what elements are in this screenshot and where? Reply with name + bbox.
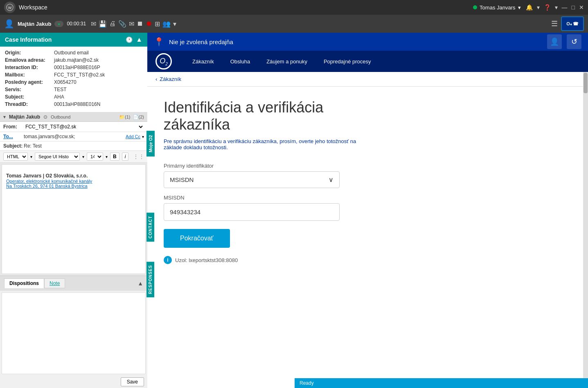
transfer-icon[interactable]: ⊞ [155,20,160,28]
o2-app-header: 📍 Nie je zvolená predajňa 👤 ↺ [147,33,588,51]
minimize-icon[interactable]: — [562,4,568,11]
app-title: Workspace [19,4,47,11]
responses-tab[interactable]: RESPONSES [146,262,154,297]
help-chevron[interactable]: ▾ [555,4,558,11]
subject-value: Re: Test [24,143,144,149]
case-info-value-agent: X0654270 [54,79,77,85]
format-select[interactable]: HTML [3,153,28,161]
maximize-icon[interactable]: □ [572,4,575,11]
email-to-field: To... tomas.janvars@ccw.sk; Add Cc ▾ [0,132,147,141]
dispositions-tab[interactable]: Dispositions [4,278,44,288]
print-icon[interactable]: 🖨 [109,20,116,27]
toolbar-dropdown-1[interactable]: ▾ [30,155,32,159]
info-row: i Uzol: lxeportsktst308:8080 [164,256,368,264]
nav-item-obsluha[interactable]: Obsluha [222,51,258,72]
confirm-icon[interactable]: ⏺ [146,20,152,27]
primary-id-dropdown[interactable]: MSISDN ∨ [164,171,340,188]
subject-label: Subject: [3,143,24,149]
contact-icon[interactable]: 👥 [162,20,171,28]
page-title: Identifikácia a verifikácia zákazníka [164,99,368,133]
info-icon: i [164,256,172,264]
submit-button[interactable]: Pokračovať [164,229,230,248]
info-text: Uzol: lxeportsktst308:8080 [175,257,238,263]
nav-item-popredajne[interactable]: Popredajné procesy [315,51,379,72]
save-button[interactable]: Save [121,377,144,386]
refresh-icon: ↺ [571,37,577,46]
case-info-row-interaction: Interaction ID: 00013aHP888E016P [5,65,142,70]
toolbar-dropdown-2[interactable]: ▾ [82,155,84,159]
agent-timer: 00:00:31 [67,21,86,27]
signature-address: Na Troskách 26, 974 01 Banská Bystrica [6,184,141,188]
email-icon[interactable]: ✉ [91,20,96,28]
status-text: Ready [300,380,314,386]
size-select[interactable]: 14 [87,153,103,161]
from-select[interactable]: FCC_TST_TST@o2.sk [24,123,144,130]
font-select[interactable]: Segoe UI Histo [35,153,80,161]
case-info-row-email: Emailova adresa: jakub.majtan@o2.sk [5,57,142,63]
note-tab[interactable]: Note [44,278,65,288]
menu-icon[interactable]: ☰ [551,19,558,28]
refresh-icon-btn[interactable]: ↺ [567,34,581,49]
case-info-row-origin: Origin: Outbound email [5,50,142,56]
top-bar: W Workspace Tomas Janvars ▾ 🔔 ▾ ❓ ▾ — □ … [0,0,588,15]
attachment-icon[interactable]: 📎 [118,20,126,28]
moje-o2-tab[interactable]: Moje O2 [146,131,155,157]
collapse-icon[interactable]: ▲ [136,36,142,43]
toolbar-dropdown-3[interactable]: ▾ [106,155,108,159]
save-icon[interactable]: 💾 [99,20,107,28]
phone-button[interactable]: O₄ ☎ [561,16,584,31]
user-name: Tomas Janvars [480,4,515,11]
dispositions-collapse-icon[interactable]: ▲ [137,280,143,287]
email-agent-name: Majtán Jakub [9,114,40,120]
primary-id-label: Primárny identifikátor [164,163,368,169]
case-info-header: Case Information 🕐 ▲ [0,33,147,47]
email-body[interactable]: Tomas Janvars | O2 Slovakia, s.r.o. Oper… [2,164,146,274]
o2-form-section: Identifikácia a verifikácia zákazníka Pr… [164,99,368,264]
block-icon[interactable]: ✉ [129,20,134,28]
msisdn-input[interactable] [164,203,340,221]
more-icon[interactable]: ▾ [173,20,176,28]
to-dropdown-icon[interactable]: ▾ [142,135,144,139]
svg-text:W: W [8,6,12,10]
scrollbar[interactable] [583,72,588,378]
save-row: Save [0,376,147,388]
folder-icon[interactable]: 📁(1) [119,114,130,120]
case-info-value-email: jakub.majtan@o2.sk [54,57,99,63]
bell-icon[interactable]: 🔔 [526,4,533,11]
toolbar-resize: ⋮ ⋮ [133,154,144,159]
breadcrumb-link[interactable]: Zákazník [160,76,181,82]
case-info-label-servis: Servis: [5,87,54,92]
email-subject-field: Subject: Re: Test [0,141,147,151]
left-panel: Case Information 🕐 ▲ Origin: Outbound em… [0,33,147,388]
breadcrumb: ‹ Zákazník [147,72,588,87]
msisdn-label: MSISDN [164,195,368,201]
agent-name: Majtán Jakub [18,21,51,27]
nav-item-zakaznik[interactable]: Zákazník [184,51,222,72]
agent-bar: 👤 Majtán Jakub ● 00:00:31 ✉ 💾 🖨 📎 ✉ ⏹ ⏺ … [0,15,588,33]
user-icon-btn[interactable]: 👤 [547,34,562,49]
chevron-icon[interactable]: ▾ [537,4,540,11]
user-chevron[interactable]: ▾ [518,4,521,11]
italic-button[interactable]: i [122,153,129,161]
case-info-label-threadid: ThreadID: [5,101,54,107]
help-icon[interactable]: ❓ [544,4,551,11]
main-layout: Case Information 🕐 ▲ Origin: Outbound em… [0,33,588,388]
email-signature: Tomas Janvars | O2 Slovakia, s.r.o. Oper… [6,173,141,188]
dispositions-body[interactable] [2,292,146,374]
o2-header-icons: 👤 ↺ [547,34,581,49]
location-icon: 📍 [154,37,164,47]
bold-button[interactable]: B [110,153,119,161]
case-info-body: Origin: Outbound email Emailova adresa: … [0,47,147,112]
scrollbar-thumb[interactable] [583,73,588,93]
add-cc-button[interactable]: Add Cc [126,134,140,139]
close-icon[interactable]: ✕ [579,4,584,11]
page-icon[interactable]: 📄(2) [133,114,144,120]
clock-icon[interactable]: 🕐 [126,36,133,43]
nav-item-zaujem[interactable]: Záujem a ponuky [258,51,315,72]
email-toolbar: HTML ▾ Segoe UI Histo ▾ 14 ▾ B i ⋮ ⋮ [0,151,147,163]
top-bar-icons: 🔔 ▾ ❓ ▾ — □ ✕ [526,4,584,11]
user-status-dot [473,5,477,9]
contact-tab[interactable]: CONTACT [146,213,154,242]
stop-icon[interactable]: ⏹ [137,20,143,27]
case-info-row-servis: Servis: TEST [5,87,142,92]
